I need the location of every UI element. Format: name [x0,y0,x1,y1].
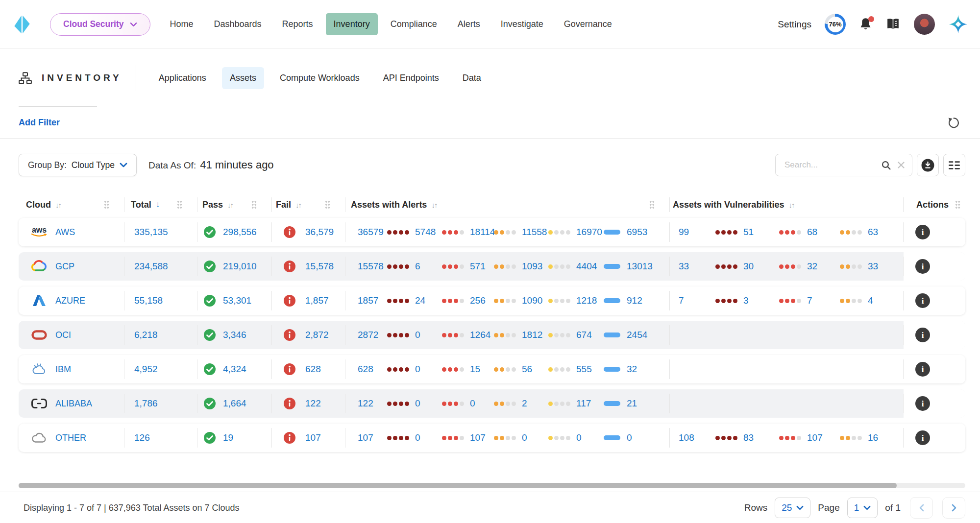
high-count[interactable]: 107 [470,432,486,443]
high-count[interactable]: 7 [807,295,812,306]
fail-value[interactable]: 107 [305,432,321,443]
tab-assets[interactable]: Assets [222,67,264,89]
info-count[interactable]: 32 [627,364,637,375]
alerts-total[interactable]: 628 [358,364,373,375]
vulns-total[interactable]: 108 [679,432,694,443]
alerts-total[interactable]: 1857 [358,295,378,306]
sort-icon[interactable]: ↓↑ [295,201,301,209]
nav-item-inventory[interactable]: Inventory [326,13,378,35]
column-settings-button[interactable] [943,154,965,176]
row-info-button[interactable] [915,259,930,274]
info-count[interactable]: 0 [627,432,632,443]
pass-value[interactable]: 19 [223,432,233,443]
medium-count[interactable]: 56 [522,364,532,375]
pass-value[interactable]: 3,346 [223,330,246,340]
sorted-desc-icon[interactable]: ↓ [156,200,160,210]
page-select[interactable]: 1 [847,498,878,518]
vulns-total[interactable]: 7 [679,295,684,306]
row-info-button[interactable] [915,430,930,445]
critical-count[interactable]: 24 [415,295,425,306]
low-count[interactable]: 117 [576,398,591,409]
fail-value[interactable]: 2,872 [305,330,329,340]
nav-item-investigate[interactable]: Investigate [493,13,551,35]
medium-count[interactable]: 1090 [522,295,542,306]
total-value[interactable]: 126 [134,432,150,443]
fail-value[interactable]: 15,578 [305,261,334,272]
product-switcher[interactable]: Cloud Security [50,13,150,36]
download-button[interactable] [917,154,939,176]
low-count[interactable]: 16970 [576,227,602,238]
reset-filters-undo-icon[interactable] [945,115,961,131]
alerts-total[interactable]: 15578 [358,261,384,272]
cloud-link[interactable]: ALIBABA [55,399,92,409]
add-filter-link[interactable]: Add Filter [19,118,60,128]
medium-count[interactable]: 0 [522,432,527,443]
row-info-button[interactable] [915,328,930,342]
high-count[interactable]: 1264 [470,330,490,340]
critical-count[interactable]: 0 [415,330,420,340]
high-count[interactable]: 68 [807,227,817,238]
row-info-button[interactable] [915,362,930,377]
search-icon[interactable] [881,160,891,170]
tab-api-endpoints[interactable]: API Endpoints [375,67,447,89]
scrollbar-track[interactable] [19,483,965,488]
high-count[interactable]: 18114 [470,227,495,238]
fail-value[interactable]: 1,857 [305,295,329,306]
cloud-link[interactable]: OCI [55,330,71,340]
low-count[interactable]: 555 [576,364,592,375]
cloud-link[interactable]: IBM [55,364,71,375]
pass-value[interactable]: 219,010 [223,261,257,272]
pass-value[interactable]: 53,301 [223,295,251,306]
tab-compute-workloads[interactable]: Compute Workloads [272,67,368,89]
drag-handle-icon[interactable] [251,200,257,209]
nav-item-compliance[interactable]: Compliance [383,13,445,35]
critical-count[interactable]: 5748 [415,227,436,238]
medium-count[interactable]: 2 [522,398,527,409]
progress-ring[interactable]: 76% [825,14,846,35]
fail-value[interactable]: 628 [305,364,321,375]
medium-count[interactable]: 4 [868,295,873,306]
previous-page-button[interactable] [910,497,933,519]
critical-count[interactable]: 6 [415,261,420,272]
nav-item-alerts[interactable]: Alerts [450,13,488,35]
drag-handle-icon[interactable] [649,200,655,209]
medium-count[interactable]: 11558 [522,227,547,238]
low-count[interactable]: 4404 [576,261,597,272]
sort-icon[interactable]: ↓↑ [227,201,233,209]
drag-handle-icon[interactable] [325,200,330,209]
total-value[interactable]: 55,158 [134,295,163,306]
medium-count[interactable]: 33 [868,261,878,272]
rows-per-page-select[interactable]: 25 [775,498,810,518]
total-value[interactable]: 4,952 [134,364,158,375]
medium-count[interactable]: 16 [868,432,878,443]
alerts-total[interactable]: 2872 [358,330,378,340]
info-count[interactable]: 2454 [627,330,647,340]
vulns-total[interactable]: 33 [679,261,689,272]
info-count[interactable]: 13013 [627,261,653,272]
fail-value[interactable]: 122 [305,398,321,409]
high-count[interactable]: 0 [470,398,475,409]
high-count[interactable]: 107 [807,432,823,443]
high-count[interactable]: 571 [470,261,486,272]
notifications-bell-icon[interactable] [859,17,872,31]
low-count[interactable]: 674 [576,330,592,340]
pass-value[interactable]: 298,556 [223,227,257,238]
ai-sparkle-icon[interactable] [948,14,968,34]
info-count[interactable]: 21 [627,398,637,409]
cloud-link[interactable]: AZURE [55,296,85,306]
total-value[interactable]: 1,786 [134,398,158,409]
sort-icon[interactable]: ↓↑ [55,201,61,209]
critical-count[interactable]: 30 [743,261,754,272]
critical-count[interactable]: 0 [415,432,420,443]
critical-count[interactable]: 0 [415,398,420,409]
drag-handle-icon[interactable] [955,200,960,209]
info-count[interactable]: 912 [627,295,642,306]
total-value[interactable]: 335,135 [134,227,168,238]
nav-item-governance[interactable]: Governance [556,13,620,35]
nav-item-reports[interactable]: Reports [274,13,321,35]
scrollbar-thumb[interactable] [19,483,897,488]
alerts-total[interactable]: 36579 [358,227,384,238]
search-input[interactable] [784,160,876,170]
alerts-total[interactable]: 122 [358,398,373,409]
nav-item-dashboards[interactable]: Dashboards [206,13,270,35]
